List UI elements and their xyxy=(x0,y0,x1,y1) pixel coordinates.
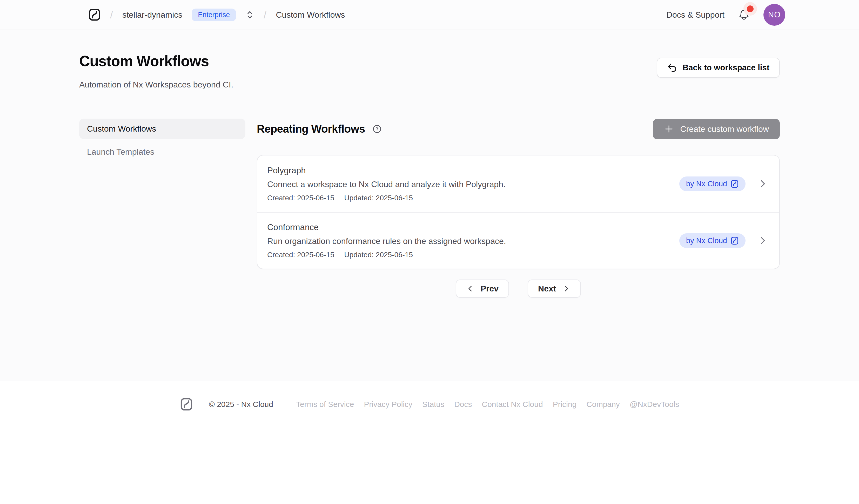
workflow-description: Connect a workspace to Nx Cloud and anal… xyxy=(267,180,506,189)
footer-link-status[interactable]: Status xyxy=(422,400,444,409)
section-title: Repeating Workflows xyxy=(257,123,365,135)
workflow-info: Conformance Run organization conformance… xyxy=(267,223,506,259)
notification-unread-dot xyxy=(747,5,754,12)
user-avatar[interactable]: NO xyxy=(764,4,785,26)
navbar-actions: Docs & Support NO xyxy=(666,4,785,26)
page-title: Custom Workflows xyxy=(79,52,233,70)
prev-button-label: Prev xyxy=(481,284,499,293)
pagination: Prev Next xyxy=(257,279,780,298)
notifications-button[interactable] xyxy=(738,9,750,21)
create-button-label: Create custom workflow xyxy=(680,124,769,134)
workspace-switcher-icon[interactable] xyxy=(245,10,254,20)
chevron-left-icon xyxy=(466,285,474,293)
by-nx-cloud-badge[interactable]: by Nx Cloud xyxy=(679,233,745,248)
badge-label: by Nx Cloud xyxy=(686,236,727,245)
workflow-name: Conformance xyxy=(267,223,506,232)
page-footer: © 2025 - Nx Cloud Terms of Service Priva… xyxy=(0,381,859,411)
settings-sidebar: Custom Workflows Launch Templates xyxy=(79,119,245,162)
nx-logo-icon[interactable] xyxy=(88,8,101,21)
workflow-created: Created: 2025-06-15 xyxy=(267,251,334,259)
by-nx-cloud-badge[interactable]: by Nx Cloud xyxy=(679,177,745,191)
nx-logo-icon xyxy=(730,236,739,245)
workflow-updated: Updated: 2025-06-15 xyxy=(344,251,413,259)
workspace-name[interactable]: stellar-dynamics xyxy=(122,10,182,20)
plus-icon xyxy=(664,124,674,134)
nx-logo-icon xyxy=(180,397,193,411)
footer-link-docs[interactable]: Docs xyxy=(454,400,472,409)
footer-link-nxdevtools[interactable]: @NxDevTools xyxy=(630,400,679,409)
chevron-right-icon[interactable] xyxy=(757,179,768,189)
workflow-updated: Updated: 2025-06-15 xyxy=(344,194,413,202)
workflow-description: Run organization conformance rules on th… xyxy=(267,236,506,246)
next-page-button[interactable]: Next xyxy=(528,279,581,298)
breadcrumb-separator: / xyxy=(110,9,113,21)
breadcrumb-current-page: Custom Workflows xyxy=(276,10,345,20)
docs-support-link[interactable]: Docs & Support xyxy=(666,10,724,20)
back-button-label: Back to workspace list xyxy=(683,63,769,72)
workflows-section: Repeating Workflows xyxy=(257,119,780,298)
workflow-list: Polygraph Connect a workspace to Nx Clou… xyxy=(257,155,780,269)
breadcrumb: / stellar-dynamics Enterprise / Custom W… xyxy=(88,8,345,21)
page-header: Custom Workflows Automation of Nx Worksp… xyxy=(79,30,780,90)
create-custom-workflow-button[interactable]: Create custom workflow xyxy=(653,119,780,139)
prev-page-button[interactable]: Prev xyxy=(456,279,509,298)
top-navbar: / stellar-dynamics Enterprise / Custom W… xyxy=(0,0,859,30)
badge-label: by Nx Cloud xyxy=(686,180,727,188)
copyright-text: © 2025 - Nx Cloud xyxy=(209,400,273,409)
footer-link-contact[interactable]: Contact Nx Cloud xyxy=(482,400,543,409)
chevron-right-icon[interactable] xyxy=(757,235,768,246)
breadcrumb-separator: / xyxy=(263,9,267,21)
next-button-label: Next xyxy=(538,284,556,293)
chevron-right-icon xyxy=(562,285,571,293)
page-subtitle: Automation of Nx Workspaces beyond CI. xyxy=(79,80,233,90)
plan-badge[interactable]: Enterprise xyxy=(192,9,236,21)
footer-link-privacy[interactable]: Privacy Policy xyxy=(364,400,412,409)
page-body: Custom Workflows Automation of Nx Worksp… xyxy=(0,30,859,381)
sidebar-item-launch-templates[interactable]: Launch Templates xyxy=(79,142,245,162)
footer-link-company[interactable]: Company xyxy=(586,400,620,409)
sidebar-item-custom-workflows[interactable]: Custom Workflows xyxy=(79,119,245,139)
back-to-workspace-list-button[interactable]: Back to workspace list xyxy=(657,58,780,78)
nx-logo-icon xyxy=(730,180,739,188)
arrow-uturn-left-icon xyxy=(667,63,677,73)
workflow-row-polygraph[interactable]: Polygraph Connect a workspace to Nx Clou… xyxy=(257,155,779,212)
workflow-info: Polygraph Connect a workspace to Nx Clou… xyxy=(267,166,506,202)
workflow-row-conformance[interactable]: Conformance Run organization conformance… xyxy=(257,212,779,269)
workflow-created: Created: 2025-06-15 xyxy=(267,194,334,202)
footer-link-terms[interactable]: Terms of Service xyxy=(296,400,354,409)
footer-link-pricing[interactable]: Pricing xyxy=(553,400,577,409)
workflow-name: Polygraph xyxy=(267,166,506,175)
help-circle-icon[interactable] xyxy=(372,124,382,134)
